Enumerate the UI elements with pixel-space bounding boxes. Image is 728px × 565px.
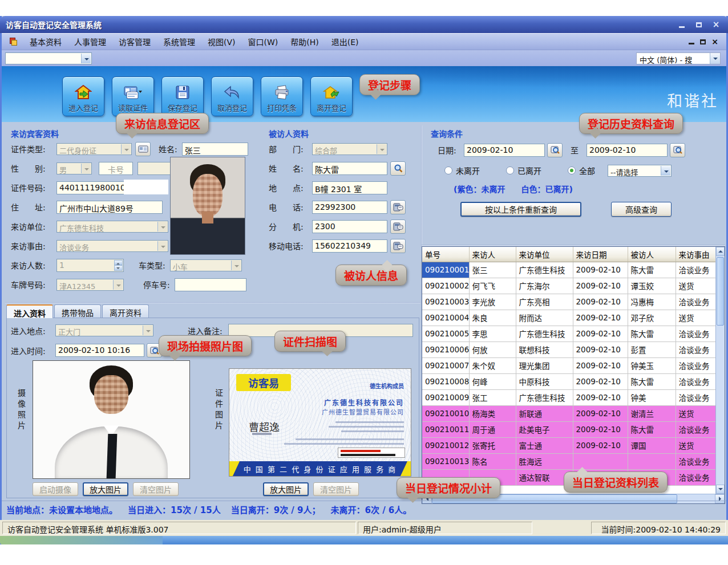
table-cell[interactable]: 送货 <box>676 278 717 294</box>
table-cell[interactable]: 090210007 <box>422 357 469 373</box>
advanced-query-button[interactable]: 高级查询 <box>611 202 672 217</box>
table-cell[interactable]: 广东德生科技 <box>516 326 573 342</box>
mdi-close-icon[interactable]: × <box>711 37 718 46</box>
mdi-minimize-icon[interactable] <box>689 37 694 46</box>
table-cell[interactable]: 090210009 <box>422 389 469 405</box>
table-cell[interactable]: 杨海类 <box>469 405 516 421</box>
table-cell[interactable]: 2009-02-10 <box>573 437 628 453</box>
cancel-register-button[interactable]: 取消登记 <box>211 76 253 116</box>
col-header-id[interactable]: 单号 <box>422 247 469 262</box>
visit-reason-select[interactable]: 洽谈业务 <box>56 240 168 252</box>
table-row[interactable]: 090210011周于通赴美电子2009-02-10陈大雷洽谈业务 <box>422 421 717 437</box>
table-cell[interactable]: 谢清兰 <box>628 405 676 421</box>
table-cell[interactable]: 广东德生科技 <box>516 262 573 278</box>
table-cell[interactable]: 胜海远 <box>516 453 573 469</box>
card-no-input[interactable] <box>137 162 171 175</box>
enter-register-button[interactable]: 进入登记 <box>62 76 104 116</box>
table-cell[interactable]: 洽谈业务 <box>676 357 717 373</box>
table-cell[interactable]: 陈大雷 <box>628 326 676 342</box>
address-input[interactable]: 广州市中山大道89号 <box>56 201 163 214</box>
table-cell[interactable]: 张寄托 <box>469 437 516 453</box>
mdi-restore-icon[interactable] <box>700 37 706 46</box>
restore-icon[interactable] <box>693 19 705 30</box>
mobile-input[interactable]: 15602210349 <box>312 239 387 253</box>
table-row[interactable]: 090210008何峰中原科技2009-02-10陈大雷洽谈业务 <box>422 373 717 389</box>
menu-item-hr[interactable]: 人事管理 <box>74 36 106 47</box>
spin-up-icon[interactable] <box>114 260 123 266</box>
table-cell[interactable]: 090210006 <box>422 342 469 357</box>
table-cell[interactable]: 朱良 <box>469 310 516 326</box>
table-cell[interactable]: 2009-02-10 <box>573 326 628 342</box>
table-cell[interactable]: 陈大雷 <box>628 262 676 278</box>
zoom-photo-button[interactable]: 放大图片 <box>83 482 128 496</box>
table-cell[interactable]: 洽谈业务 <box>676 469 717 485</box>
table-cell[interactable]: 陈名 <box>469 453 516 469</box>
location-input[interactable]: B幢 2301 室 <box>312 181 387 194</box>
table-cell[interactable]: 彭置 <box>628 342 676 357</box>
table-cell[interactable] <box>573 453 628 469</box>
entry-place-select[interactable]: 正大门 <box>55 324 153 336</box>
table-row[interactable]: 090210001张三广东德生科技2009-02-10陈大雷洽谈业务 <box>422 262 717 278</box>
table-cell[interactable]: 新联通 <box>516 405 573 421</box>
table-row[interactable]: 090210005李思广东德生科技2009-02-10陈大雷洽谈业务 <box>422 326 717 342</box>
table-row[interactable]: 090210002何飞飞广东海尔2009-02-10谭玉姣送货 <box>422 278 717 294</box>
vehicle-type-select[interactable]: 小车 <box>170 259 242 271</box>
print-ticket-button[interactable]: 打印凭条 <box>261 76 303 116</box>
table-cell[interactable]: 陈大雷 <box>628 421 676 437</box>
spin-down-icon[interactable] <box>114 265 123 271</box>
tab-carried-items[interactable]: 携带物品 <box>54 304 101 318</box>
menu-item-window[interactable]: 窗口(W) <box>248 36 278 47</box>
table-cell[interactable]: 谭玉姣 <box>628 278 676 294</box>
entry-time-input[interactable]: 2009-02-10 10:16 <box>55 344 144 357</box>
cert-type-select[interactable]: 二代身份证 <box>56 143 132 155</box>
table-cell[interactable]: 中原科技 <box>516 373 573 389</box>
table-row[interactable]: 090210009张工广东德生科技2009-02-10钟美洽谈业务 <box>422 389 717 405</box>
col-header-reason[interactable]: 来访事由 <box>676 247 717 262</box>
table-cell[interactable]: 冯惠梅 <box>628 294 676 310</box>
table-cell[interactable]: 张工 <box>469 389 516 405</box>
table-cell[interactable]: 李思 <box>469 326 516 342</box>
table-cell[interactable]: 090210005 <box>422 326 469 342</box>
table-cell[interactable]: 洽谈业务 <box>676 421 717 437</box>
table-cell[interactable]: 理光集团 <box>516 357 573 373</box>
table-row[interactable]: 090210003李光放广东亮相2009-02-10冯惠梅洽谈业务 <box>422 294 717 310</box>
interviewee-name-input[interactable]: 陈大雷 <box>312 162 387 175</box>
table-cell[interactable]: 谭国 <box>628 437 676 453</box>
table-cell[interactable]: 2009-02-10 <box>573 421 628 437</box>
table-cell[interactable]: 送货 <box>676 310 717 326</box>
menu-item-visitor[interactable]: 访客管理 <box>119 36 151 47</box>
zoom-idcard-button[interactable]: 放大图片 <box>263 482 309 496</box>
tab-entry-info[interactable]: 进入资料 <box>6 304 53 318</box>
table-cell[interactable]: 洽谈业务 <box>676 326 717 342</box>
table-cell[interactable]: 广东德生科技 <box>516 389 573 405</box>
table-cell[interactable]: 赴美电子 <box>516 421 573 437</box>
close-icon[interactable]: × <box>710 19 722 30</box>
table-row[interactable]: 090210013陈名胜海远洽谈业务 <box>422 453 717 469</box>
table-cell[interactable]: 广东亮相 <box>516 294 573 310</box>
visitor-count-stepper[interactable]: 1 <box>56 259 124 272</box>
menu-item-basic[interactable]: 基本资料 <box>30 36 62 47</box>
visitor-name-input[interactable]: 张三 <box>182 143 248 156</box>
menu-item-exit[interactable]: 退出(E) <box>331 36 359 47</box>
scrollbar-thumb[interactable] <box>717 257 724 326</box>
table-cell[interactable]: 090210001 <box>422 262 469 278</box>
table-row[interactable]: 090210004朱良附而达2009-02-10邓子欣送货 <box>422 310 717 326</box>
start-camera-button[interactable]: 启动摄像 <box>33 482 78 496</box>
read-card-button[interactable]: 读取证件 <box>112 76 154 116</box>
table-cell[interactable]: 090210011 <box>422 421 469 437</box>
table-cell[interactable]: 2009-02-10 <box>573 373 628 389</box>
table-cell[interactable]: 广东海尔 <box>516 278 573 294</box>
menu-item-help[interactable]: 帮助(H) <box>290 36 318 47</box>
table-cell[interactable]: 090210010 <box>422 405 469 421</box>
table-cell[interactable]: 洽谈业务 <box>676 453 717 469</box>
minimize-icon[interactable] <box>676 19 688 30</box>
table-row[interactable]: 090210007朱个奴理光集团2009-02-10钟美玉洽谈业务 <box>422 357 717 373</box>
filter-select[interactable]: --请选择 <box>608 165 672 177</box>
vertical-scrollbar[interactable] <box>715 247 725 494</box>
table-cell[interactable]: 洽谈业务 <box>676 294 717 310</box>
table-cell[interactable]: 2009-02-10 <box>573 278 628 294</box>
search-person-button[interactable] <box>390 161 406 176</box>
table-cell[interactable]: 何峰 <box>469 373 516 389</box>
call-mobile-button[interactable] <box>390 239 406 253</box>
col-header-visitor[interactable]: 来访人 <box>469 247 516 262</box>
